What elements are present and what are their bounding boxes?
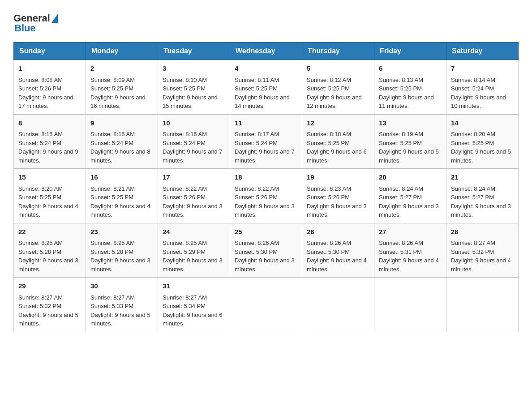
sunrise-text: Sunrise: 8:23 AM (307, 185, 351, 192)
sunset-text: Sunset: 5:29 PM (163, 248, 206, 255)
day-number: 19 (307, 172, 369, 183)
daylight-text: Daylight: 9 hours and 11 minutes. (379, 94, 434, 110)
calendar-cell: 9Sunrise: 8:16 AMSunset: 5:24 PMDaylight… (86, 114, 158, 169)
sunrise-text: Sunrise: 8:19 AM (379, 131, 423, 137)
day-number: 23 (90, 227, 153, 237)
daylight-text: Daylight: 9 hours and 5 minutes. (451, 148, 511, 164)
sunset-text: Sunset: 5:32 PM (451, 248, 494, 255)
daylight-text: Daylight: 9 hours and 3 minutes. (163, 257, 223, 273)
sunset-text: Sunset: 5:24 PM (90, 140, 133, 146)
calendar-cell (446, 278, 519, 332)
daylight-text: Daylight: 9 hours and 5 minutes. (90, 312, 150, 327)
daylight-text: Daylight: 9 hours and 3 minutes. (307, 203, 367, 218)
sunrise-text: Sunrise: 8:21 AM (90, 185, 135, 192)
day-number: 11 (235, 118, 297, 128)
sunset-text: Sunset: 5:30 PM (307, 248, 350, 255)
column-header-monday: Monday (86, 43, 158, 60)
sunrise-text: Sunrise: 8:25 AM (90, 240, 135, 246)
day-number: 2 (90, 64, 153, 74)
day-number: 1 (18, 64, 81, 74)
logo-triangle-icon (51, 14, 58, 23)
calendar-cell: 14Sunrise: 8:20 AMSunset: 5:25 PMDayligh… (446, 114, 519, 169)
sunset-text: Sunset: 5:24 PM (163, 140, 206, 146)
daylight-text: Daylight: 9 hours and 3 minutes. (379, 203, 439, 218)
sunrise-text: Sunrise: 8:27 AM (90, 294, 135, 301)
sunrise-text: Sunrise: 8:20 AM (451, 131, 495, 137)
logo: General Blue (13, 9, 58, 33)
calendar-cell (374, 278, 446, 332)
daylight-text: Daylight: 9 hours and 4 minutes. (307, 257, 367, 273)
day-number: 5 (307, 64, 369, 74)
sunset-text: Sunset: 5:25 PM (379, 140, 422, 146)
day-number: 14 (451, 118, 514, 128)
day-number: 18 (235, 172, 297, 183)
calendar-cell: 19Sunrise: 8:23 AMSunset: 5:26 PMDayligh… (302, 169, 374, 223)
daylight-text: Daylight: 9 hours and 4 minutes. (451, 257, 511, 273)
sunrise-text: Sunrise: 8:14 AM (451, 77, 495, 83)
daylight-text: Daylight: 9 hours and 7 minutes. (163, 148, 223, 164)
calendar-week-row: 29Sunrise: 8:27 AMSunset: 5:32 PMDayligh… (14, 278, 519, 332)
calendar-table: SundayMondayTuesdayWednesdayThursdayFrid… (13, 42, 519, 332)
calendar-cell (302, 278, 374, 332)
column-header-thursday: Thursday (302, 43, 374, 60)
sunrise-text: Sunrise: 8:24 AM (451, 185, 495, 192)
sunset-text: Sunset: 5:25 PM (451, 140, 494, 146)
daylight-text: Daylight: 9 hours and 7 minutes. (235, 148, 295, 164)
calendar-cell: 20Sunrise: 8:24 AMSunset: 5:27 PMDayligh… (374, 169, 446, 223)
calendar-cell: 13Sunrise: 8:19 AMSunset: 5:25 PMDayligh… (374, 114, 446, 169)
sunset-text: Sunset: 5:31 PM (379, 248, 422, 255)
sunset-text: Sunset: 5:33 PM (90, 303, 133, 309)
calendar-cell: 23Sunrise: 8:25 AMSunset: 5:28 PMDayligh… (86, 223, 158, 278)
daylight-text: Daylight: 9 hours and 12 minutes. (307, 94, 362, 110)
sunset-text: Sunset: 5:28 PM (90, 248, 133, 255)
day-number: 29 (18, 281, 81, 291)
day-number: 17 (163, 172, 225, 183)
day-number: 30 (90, 281, 153, 291)
calendar-cell: 28Sunrise: 8:27 AMSunset: 5:32 PMDayligh… (446, 223, 519, 278)
daylight-text: Daylight: 9 hours and 4 minutes. (90, 203, 150, 218)
calendar-week-row: 8Sunrise: 8:15 AMSunset: 5:24 PMDaylight… (14, 114, 519, 169)
day-number: 13 (379, 118, 442, 128)
day-number: 16 (90, 172, 153, 183)
calendar-week-row: 1Sunrise: 8:08 AMSunset: 5:26 PMDaylight… (14, 60, 519, 115)
daylight-text: Daylight: 9 hours and 5 minutes. (18, 312, 78, 327)
column-header-wednesday: Wednesday (230, 43, 302, 60)
sunrise-text: Sunrise: 8:27 AM (163, 294, 207, 301)
day-number: 24 (163, 227, 225, 237)
day-number: 15 (18, 172, 81, 183)
sunrise-text: Sunrise: 8:13 AM (379, 77, 423, 83)
daylight-text: Daylight: 9 hours and 8 minutes. (90, 148, 150, 164)
day-number: 10 (163, 118, 225, 128)
sunset-text: Sunset: 5:27 PM (451, 194, 494, 201)
sunrise-text: Sunrise: 8:11 AM (235, 77, 279, 83)
sunset-text: Sunset: 5:24 PM (18, 140, 61, 146)
day-number: 21 (451, 172, 514, 183)
daylight-text: Daylight: 9 hours and 3 minutes. (163, 203, 223, 218)
sunset-text: Sunset: 5:25 PM (307, 85, 350, 92)
sunset-text: Sunset: 5:25 PM (18, 194, 61, 201)
sunrise-text: Sunrise: 8:25 AM (163, 240, 207, 246)
calendar-cell: 21Sunrise: 8:24 AMSunset: 5:27 PMDayligh… (446, 169, 519, 223)
calendar-cell: 8Sunrise: 8:15 AMSunset: 5:24 PMDaylight… (14, 114, 86, 169)
daylight-text: Daylight: 9 hours and 4 minutes. (379, 257, 439, 273)
calendar-cell: 29Sunrise: 8:27 AMSunset: 5:32 PMDayligh… (14, 278, 86, 332)
daylight-text: Daylight: 9 hours and 3 minutes. (451, 203, 511, 218)
sunset-text: Sunset: 5:34 PM (163, 303, 206, 309)
column-header-tuesday: Tuesday (158, 43, 230, 60)
logo-general: General (13, 13, 50, 23)
sunrise-text: Sunrise: 8:17 AM (235, 131, 279, 137)
sunset-text: Sunset: 5:25 PM (379, 85, 422, 92)
daylight-text: Daylight: 9 hours and 4 minutes. (18, 203, 78, 218)
daylight-text: Daylight: 9 hours and 3 minutes. (18, 257, 78, 273)
sunrise-text: Sunrise: 8:26 AM (235, 240, 279, 246)
day-number: 25 (235, 227, 297, 237)
sunset-text: Sunset: 5:30 PM (235, 248, 278, 255)
sunrise-text: Sunrise: 8:27 AM (451, 240, 495, 246)
calendar-cell: 5Sunrise: 8:12 AMSunset: 5:25 PMDaylight… (302, 60, 374, 115)
page-header: General Blue (13, 9, 519, 33)
calendar-cell: 25Sunrise: 8:26 AMSunset: 5:30 PMDayligh… (230, 223, 302, 278)
column-header-sunday: Sunday (14, 43, 86, 60)
calendar-cell: 31Sunrise: 8:27 AMSunset: 5:34 PMDayligh… (158, 278, 230, 332)
daylight-text: Daylight: 9 hours and 10 minutes. (451, 94, 506, 110)
daylight-text: Daylight: 9 hours and 14 minutes. (235, 94, 290, 110)
